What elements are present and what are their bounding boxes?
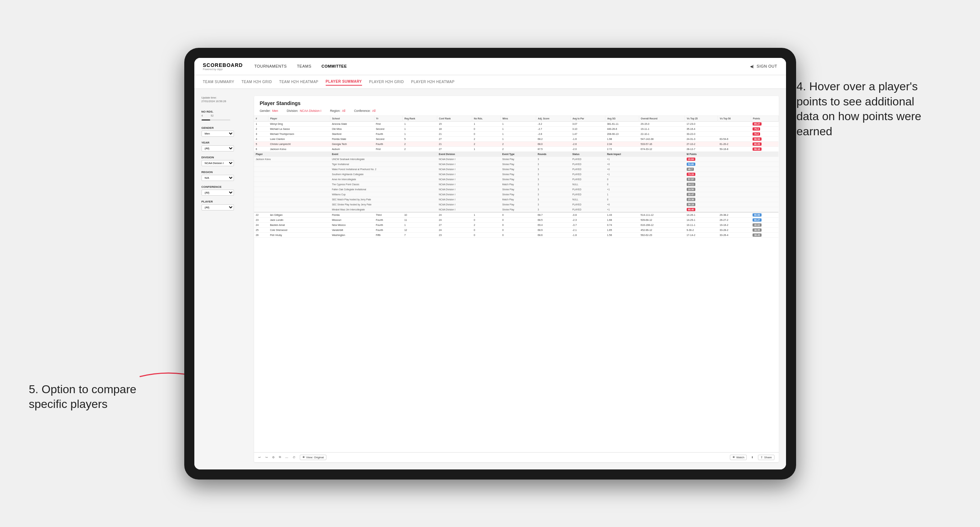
nav-committee[interactable]: COMMITTEE [321, 63, 347, 70]
event-col-event: Event [330, 151, 437, 157]
cell-num: 4 [254, 137, 269, 141]
cell-vs50: 50-16-8 [718, 146, 751, 151]
cell-vs50: 61-20-2 [718, 141, 751, 146]
event-status: PLAYED [570, 157, 605, 162]
cell-conf-rank: 24 [437, 227, 472, 232]
cell-vs25: 14-26-1 [685, 212, 718, 217]
table-row: 6 Jackson Koivu Auburn First 2 27 1 2 87… [254, 146, 779, 151]
cell-wins: 1 [501, 121, 536, 126]
nav-tournaments[interactable]: TOURNAMENTS [255, 63, 287, 70]
cell-overall: 29-15-0 [639, 121, 685, 126]
col-vs50: Vs Top 50 [718, 116, 751, 122]
cell-school: Florida [330, 212, 374, 217]
cell-overall: 509-68-12 [639, 217, 685, 222]
watch-button[interactable]: 👁 Watch [730, 455, 747, 460]
cell-vs25: 14-29-1 [685, 217, 718, 222]
cell-overall: 616-168-12 [639, 222, 685, 227]
cell-points[interactable]: 38.95 [751, 227, 778, 232]
event-row: Fallen Oak Collegiate Invitational NCAA … [254, 187, 779, 192]
cell-points[interactable]: 68.18 [751, 146, 778, 151]
share-button[interactable]: ⇪ Share [758, 455, 774, 460]
cell-reg-rank: 1 [402, 126, 437, 131]
cell-player: Bastien Amat [268, 222, 330, 227]
sub-nav-team-h2h-grid[interactable]: TEAM H2H GRID [242, 78, 272, 85]
no-rds-slider[interactable] [202, 119, 230, 121]
conference-select[interactable]: (All) [202, 190, 234, 196]
cell-player: Jackson Koivu [268, 146, 330, 151]
cell-conf-rank: 27 [437, 222, 472, 227]
cell-points[interactable]: 80.09 [751, 141, 778, 146]
region-select[interactable]: N/A [202, 175, 234, 181]
event-col-type: Event Type [501, 151, 536, 157]
cell-avg-sg: 1.56 [605, 232, 639, 237]
cell-adj-score: 69.4 [536, 222, 570, 227]
cell-to-par: 1.47 [570, 131, 605, 137]
gender-select[interactable]: Men [202, 130, 234, 137]
cell-vs50 [718, 121, 751, 126]
cell-points[interactable]: 70.2 [751, 131, 778, 137]
cell-conf-rank: 15 [437, 121, 472, 126]
cell-vs50: 29-38-2 [718, 212, 751, 217]
cell-wins: 2 [501, 141, 536, 146]
cell-points[interactable]: 69.27 [751, 121, 778, 126]
cell-adj-score: 68.9 [536, 227, 570, 232]
sub-nav-player-summary[interactable]: PLAYER SUMMARY [326, 78, 362, 86]
cell-conf-rank: 27 [437, 146, 472, 151]
conference-label: Conference [202, 185, 248, 189]
cell-wins: 0 [501, 222, 536, 227]
cell-points[interactable]: 60.27 [751, 217, 778, 222]
download-button[interactable]: ⬇ [751, 456, 754, 459]
cell-points[interactable]: 88.94 [751, 137, 778, 141]
cell-yr: Fourth [374, 222, 402, 227]
division-select[interactable]: NCAA Division I [202, 160, 234, 166]
sub-nav-player-h2h-grid[interactable]: PLAYER H2H GRID [369, 78, 404, 85]
event-type: Stroke Play [501, 157, 536, 162]
cell-points[interactable]: 38.49 [751, 232, 778, 237]
sign-out-link[interactable]: Sign out [757, 63, 777, 70]
gender-filter-display: Gender: Men [260, 109, 278, 113]
cell-vs25: 24-31-3 [685, 137, 718, 141]
copy-button[interactable]: ⧉ [279, 456, 281, 459]
year-select[interactable]: (All) [202, 145, 234, 151]
cell-points[interactable]: 79.3 [751, 126, 778, 131]
event-col-div: Event Division [437, 151, 500, 157]
cell-school: Arizona State [330, 121, 374, 126]
cell-avg-sg: 208-90-13 [605, 131, 639, 137]
player-label: Player [202, 200, 248, 203]
data-table: # Player School Yr Reg Rank Conf Rank No… [254, 116, 779, 452]
sub-nav-team-h2h-heatmap[interactable]: TEAM H2H HEATMAP [279, 78, 318, 85]
cell-num: 24 [254, 222, 269, 227]
cell-player: Petr Hruby [268, 232, 330, 237]
cell-yr: Fourth [374, 227, 402, 232]
cell-school: Ole Miss [330, 126, 374, 131]
event-row: Wake Forest Invitational at Pinehurst No… [254, 167, 779, 171]
cell-vs50: 26-27-2 [718, 217, 751, 222]
event-col-points: W Points [685, 151, 778, 157]
cell-overall: 514-111-12 [639, 212, 685, 217]
event-points: 20.64 [685, 157, 778, 162]
event-player: Jackson Koivu [254, 157, 330, 162]
player-select[interactable]: (All) [202, 204, 234, 210]
col-player: Player [268, 116, 330, 122]
cell-reg-rank: 10 [402, 212, 437, 217]
cell-yr: Second [374, 126, 402, 131]
sub-nav-player-h2h-heatmap[interactable]: PLAYER H2H HEATMAP [411, 78, 455, 85]
cell-avg-sg: 1.43 [605, 212, 639, 217]
sub-nav-team-summary[interactable]: TEAM SUMMARY [203, 78, 235, 85]
view-original-button[interactable]: 👁 View: Original [300, 455, 326, 460]
cell-num: 22 [254, 212, 269, 217]
main-content: Update time: 27/01/2024 16:56:26 No Rds.… [194, 89, 786, 470]
settings-button[interactable]: ⚙ [272, 456, 275, 459]
cell-conf-rank: 27 [437, 137, 472, 141]
cell-points[interactable]: 60.68 [751, 212, 778, 217]
nav-teams[interactable]: TEAMS [297, 63, 311, 70]
col-to-par: Avg to Par [570, 116, 605, 122]
col-avg-sg: Avg SG [605, 116, 639, 122]
no-rds-filter: No Rds. 4 52 [202, 110, 248, 122]
redo-button[interactable]: ↪ [265, 456, 268, 459]
clock-icon: ⏱ [293, 456, 296, 459]
cell-vs50: 63-54-6 [718, 137, 751, 141]
cell-points[interactable]: 40.02 [751, 222, 778, 227]
cell-avg-sg: 1.98 [605, 137, 639, 141]
undo-button[interactable]: ↩ [258, 456, 261, 459]
